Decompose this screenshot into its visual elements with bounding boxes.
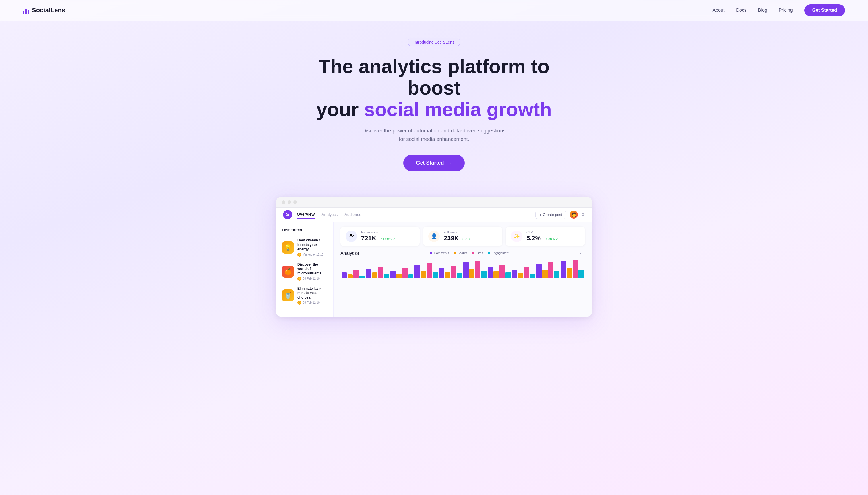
legend-dot-comments <box>430 252 432 254</box>
analytics-legend: Comments Shares Likes <box>430 251 509 255</box>
thumb-micro-icon: 🍊 <box>282 266 294 278</box>
nav-link-about[interactable]: About <box>713 8 725 13</box>
stat-info-ctr: CTR 5.2% +1.08% ↗ <box>526 231 580 242</box>
main-content: 👁 Impressions 721K +11.36% ↗ 👤 Foll <box>333 222 592 317</box>
logo-text: SocialLens <box>32 6 65 14</box>
sidebar-item-date-1: 09 Feb 12:10 <box>303 277 320 280</box>
chart-bar-6-0 <box>488 267 493 278</box>
app-window: S Overview Analytics Audience + Create p… <box>276 197 592 317</box>
chart-bar-4-3 <box>457 273 462 278</box>
chart-bar-0-0 <box>342 272 347 278</box>
analytics-title: Analytics <box>340 251 360 256</box>
hero-title-line1: The analytics platform to boost <box>318 55 550 99</box>
stat-icon-ctr: ✨ <box>511 231 522 242</box>
chart-bar-group-2 <box>390 268 414 278</box>
chart-bar-2-0 <box>390 271 396 278</box>
chart-bar-group-3 <box>414 263 438 278</box>
sidebar-item-2[interactable]: 🥤 Eliminate last-minute meal choices. 😊 … <box>276 284 333 308</box>
chart-bar-group-1 <box>366 267 389 278</box>
app-logo-s: S <box>283 210 292 219</box>
app-tabs: Overview Analytics Audience <box>297 210 361 219</box>
chart-bar-9-3 <box>578 270 584 278</box>
hero-badge: Introducing SocialLens <box>408 38 460 47</box>
meta-avatar-0: 😊 <box>297 253 301 257</box>
nav-link-docs[interactable]: Docs <box>736 8 746 13</box>
sidebar-header: Last Edited <box>276 226 333 236</box>
tab-audience[interactable]: Audience <box>344 210 361 219</box>
chart-bar-3-0 <box>414 265 420 278</box>
stat-label-followers: Followers <box>444 231 497 234</box>
sidebar-item-1[interactable]: 🍊 Discover the world of micronutrients 😊… <box>276 259 333 284</box>
legend-dot-shares <box>454 252 456 254</box>
sidebar-item-title-1: Discover the world of micronutrients <box>297 262 328 276</box>
sidebar-thumb-2: 🥤 <box>282 289 294 302</box>
legend-label-likes: Likes <box>476 251 484 255</box>
chart-bar-4-1 <box>445 272 451 278</box>
thumb-vitamin-icon: 💡 <box>282 241 294 254</box>
hero-get-started-button[interactable]: Get Started → <box>403 155 464 171</box>
nav-link-blog[interactable]: Blog <box>758 8 767 13</box>
stat-value-ctr: 5.2% <box>526 235 541 242</box>
sidebar-item-title-0: How Vitamin C boosts your energy <box>297 238 328 252</box>
chart-bar-1-2 <box>378 267 383 278</box>
chart-bar-8-0 <box>536 264 542 278</box>
sidebar-thumb-0: 💡 <box>282 241 294 254</box>
nav-get-started-button[interactable]: Get Started <box>804 4 845 16</box>
stat-value-followers: 239K <box>444 235 459 242</box>
chart-bar-5-3 <box>481 271 487 278</box>
chart-bar-3-1 <box>421 271 426 278</box>
stat-icon-impressions: 👁 <box>346 231 357 242</box>
chart-bar-0-2 <box>353 270 359 278</box>
hero-cta-label: Get Started <box>416 160 444 166</box>
dots-menu[interactable]: ··· <box>580 251 585 255</box>
stat-label-impressions: Impressions <box>361 231 414 234</box>
sidebar-item-meta-1: 😊 09 Feb 12:10 <box>297 277 328 281</box>
chart-bar-0-3 <box>359 276 365 278</box>
tab-overview[interactable]: Overview <box>297 210 315 219</box>
hero-subtitle: Discover the power of automation and dat… <box>362 127 506 143</box>
stat-value-impressions: 721K <box>361 235 376 242</box>
stat-label-ctr: CTR <box>526 231 580 234</box>
stat-value-row-ctr: 5.2% +1.08% ↗ <box>526 235 580 242</box>
chart-bar-1-1 <box>372 272 377 278</box>
chart-bar-group-8 <box>536 262 559 278</box>
hero-title-accent: social media growth <box>364 98 552 120</box>
window-titlebar <box>276 197 592 208</box>
chart-bar-8-3 <box>554 271 559 278</box>
legend-label-engagement: Engagement <box>491 251 509 255</box>
chart-bar-group-7 <box>512 267 535 278</box>
stat-value-row-impressions: 721K +11.36% ↗ <box>361 235 414 242</box>
chart-bar-4-2 <box>451 266 456 278</box>
chart-bar-group-6 <box>488 265 511 278</box>
create-post-button[interactable]: + Create post <box>535 210 566 219</box>
chart-bar-3-2 <box>427 263 432 278</box>
bar1 <box>23 11 24 14</box>
chart-bar-group-5 <box>463 261 487 278</box>
analytics-section: Analytics Comments Shares <box>333 246 592 317</box>
meta-avatar-1: 😊 <box>297 277 301 281</box>
settings-icon[interactable]: ⚙ <box>581 212 585 217</box>
app-preview-wrapper: S Overview Analytics Audience + Create p… <box>271 197 597 317</box>
stat-card-ctr: ✨ CTR 5.2% +1.08% ↗ <box>506 226 585 246</box>
tab-analytics[interactable]: Analytics <box>322 210 338 219</box>
navbar: SocialLens About Docs Blog Pricing Get S… <box>0 0 868 21</box>
nav-link-pricing[interactable]: Pricing <box>779 8 793 13</box>
stat-change-ctr: +1.08% ↗ <box>544 237 558 241</box>
window-dot-2 <box>288 201 291 204</box>
chart-bar-1-3 <box>384 274 389 278</box>
legend-label-comments: Comments <box>434 251 449 255</box>
chart-bar-0-1 <box>348 274 353 278</box>
stat-info-followers: Followers 239K +56 ↗ <box>444 231 497 242</box>
app-topbar-right: + Create post 🧑 ⚙ <box>535 210 585 219</box>
sidebar-item-title-2: Eliminate last-minute meal choices. <box>297 287 328 300</box>
app-inner: Last Edited 💡 How Vitamin C boosts your … <box>276 222 592 317</box>
analytics-header: Analytics Comments Shares <box>340 251 585 256</box>
chart-bar-5-1 <box>469 269 475 278</box>
sidebar-item-info-1: Discover the world of micronutrients 😊 0… <box>297 262 328 281</box>
chart-bar-9-1 <box>567 268 572 278</box>
sidebar-item-0[interactable]: 💡 How Vitamin C boosts your energy 😊 Yes… <box>276 236 333 259</box>
logo[interactable]: SocialLens <box>23 6 65 14</box>
chart-bar-group-4 <box>439 266 462 278</box>
stat-value-row-followers: 239K +56 ↗ <box>444 235 497 242</box>
stat-card-followers: 👤 Followers 239K +56 ↗ <box>423 226 502 246</box>
